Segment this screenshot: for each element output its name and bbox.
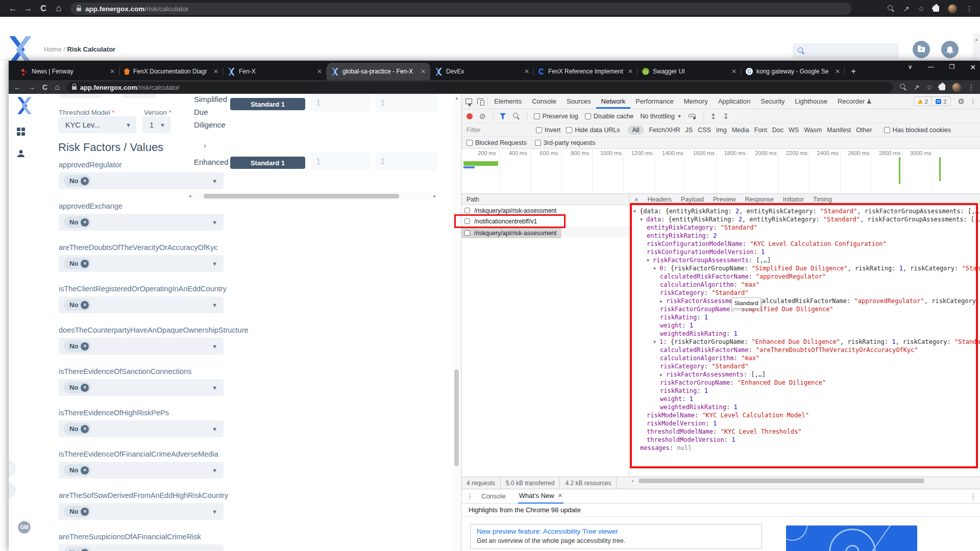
throttling-select[interactable]: No throttling▼ <box>640 113 681 120</box>
scrollbar-thumb[interactable] <box>639 479 924 483</box>
filter-type-wasm[interactable]: Wasm <box>804 127 822 134</box>
sidebar-item-dashboard[interactable] <box>16 127 26 138</box>
back-icon[interactable]: ← <box>14 83 21 91</box>
extensions-puzzle-icon[interactable] <box>933 6 939 12</box>
chip-remove-icon[interactable]: ✕ <box>81 508 89 516</box>
chip-remove-icon[interactable]: ✕ <box>81 384 89 392</box>
tab-initiator[interactable]: Initiator <box>783 196 804 203</box>
tab-console[interactable]: Console <box>481 492 506 500</box>
menu-dots-icon[interactable]: ⋮ <box>968 84 975 91</box>
invert-checkbox[interactable]: Invert <box>536 127 560 134</box>
tab-memory[interactable]: Memory <box>679 94 713 109</box>
browser-tab-global-sa-practice-fen-x[interactable]: global-sa-practice - Fen-X✕ <box>327 63 430 80</box>
search-icon[interactable] <box>888 5 895 12</box>
forward-icon[interactable]: → <box>20 4 36 13</box>
browser-tab-fen-x[interactable]: Fen-X✕ <box>223 63 327 80</box>
third-party-checkbox[interactable]: 3rd-party requests <box>535 139 595 146</box>
scroll-left-icon[interactable]: ◂ <box>631 479 633 483</box>
global-search-input[interactable] <box>793 43 899 59</box>
tab-network[interactable]: Network <box>596 94 631 109</box>
blocked-requests-checkbox[interactable]: Blocked Requests <box>467 139 527 146</box>
browser-tab-news-fenway[interactable]: News | Fenway✕ <box>16 63 119 80</box>
menu-dots-icon[interactable]: ⋮ <box>966 5 973 12</box>
tab-close-icon[interactable]: ✕ <box>524 68 529 75</box>
tab-recorder[interactable]: Recorder <box>832 94 876 109</box>
scroll-left-icon[interactable]: ◂ <box>189 193 191 198</box>
chip-remove-icon[interactable]: ✕ <box>81 218 89 227</box>
inspect-element-icon[interactable] <box>465 98 472 104</box>
tab-sources[interactable]: Sources <box>561 94 596 109</box>
dropdown-isthereevidenceoffinancialcrimeadversemedia[interactable]: No✕▼ <box>59 462 224 479</box>
device-toolbar-icon[interactable] <box>477 98 483 105</box>
chip-remove-icon[interactable]: ✕ <box>81 177 89 185</box>
forward-icon[interactable]: → <box>28 83 35 91</box>
has-blocked-cookies-checkbox[interactable]: Has blocked cookies <box>884 127 951 134</box>
dropdown-isthereevidenceofsanctionconnections[interactable]: No✕▼ <box>59 379 224 396</box>
tab-application[interactable]: Application <box>713 94 756 109</box>
scroll-right-icon[interactable]: ▸ <box>433 193 436 198</box>
filter-type-css[interactable]: CSS <box>698 127 711 134</box>
dropdown-isthereevidenceofhighriskpeps[interactable]: No✕▼ <box>59 420 224 437</box>
card-title-link[interactable]: New preview feature: Accessibility Tree … <box>477 528 755 535</box>
dropdown-istheclientregisteredoroperatinginaneddcountry[interactable]: No✕▼ <box>59 296 224 313</box>
messages-badge[interactable]: 2 <box>932 97 950 106</box>
extensions-puzzle-icon[interactable] <box>939 84 945 90</box>
bookmark-star-icon[interactable]: ☆ <box>918 5 924 12</box>
request-checkbox[interactable] <box>464 230 470 236</box>
share-icon[interactable]: ↗ <box>903 5 910 12</box>
reload-icon[interactable]: C <box>42 83 47 91</box>
network-conditions-icon[interactable] <box>689 114 697 119</box>
filter-funnel-icon[interactable] <box>500 113 506 119</box>
home-icon[interactable]: ⌂ <box>55 83 60 92</box>
network-waterfall[interactable] <box>461 157 980 194</box>
restore-icon[interactable]: ❐ <box>949 63 955 71</box>
inner-address-bar[interactable]: app.fenergox.com/risk/calculator <box>67 82 893 93</box>
export-har-icon[interactable]: ↧ <box>723 112 729 120</box>
warnings-badge[interactable]: 2 <box>914 97 932 106</box>
tab-performance[interactable]: Performance <box>630 94 678 109</box>
requests-column-header[interactable]: Path <box>461 194 629 205</box>
search-icon[interactable] <box>900 84 907 91</box>
tab-whats-new[interactable]: What's New✕ <box>518 489 564 504</box>
close-icon[interactable]: ✕ <box>558 492 562 499</box>
breadcrumb-home[interactable]: Home <box>44 45 62 53</box>
drawer-options-icon[interactable]: ⋮ <box>970 492 976 500</box>
whats-new-card[interactable]: New preview feature: Accessibility Tree … <box>470 524 762 549</box>
back-icon[interactable]: ← <box>5 4 20 13</box>
filter-input[interactable]: Filter <box>467 127 530 134</box>
bookmark-star-icon[interactable]: ☆ <box>926 84 933 91</box>
chip-remove-icon[interactable]: ✕ <box>81 549 89 551</box>
floating-button[interactable] <box>9 460 16 477</box>
notifications-button[interactable] <box>941 41 959 58</box>
dropdown-approvedexchange[interactable]: No✕▼ <box>59 214 224 231</box>
add-document-button[interactable] <box>913 41 930 58</box>
dropdown-aretheredoubtsoftheveracityoraccuracyofkyc[interactable]: No✕▼ <box>59 255 224 272</box>
search-icon[interactable] <box>513 113 520 120</box>
dropdown-aretheresuspicionsofafinancialcrimerisk[interactable]: No✕▼ <box>59 544 224 551</box>
tab-headers[interactable]: Headers <box>648 196 672 203</box>
scroll-up-icon[interactable]: ▲ <box>974 37 978 42</box>
horizontal-scrollbar[interactable]: ◂ ▸ <box>187 192 437 200</box>
filter-type-manifest[interactable]: Manifest <box>827 127 851 134</box>
request-row[interactable]: /riskquery/api/risk-assessment <box>461 228 561 238</box>
tab-close-icon[interactable]: ✕ <box>835 68 840 75</box>
expand-chevron-icon[interactable]: › <box>204 141 206 149</box>
clear-icon[interactable]: ⊘ <box>479 112 486 121</box>
profile-avatar[interactable] <box>952 83 961 92</box>
close-icon[interactable]: × <box>634 196 639 204</box>
import-har-icon[interactable]: ↥ <box>710 112 717 120</box>
close-window-icon[interactable]: ✕ <box>970 63 976 71</box>
chip-remove-icon[interactable]: ✕ <box>81 301 89 309</box>
filter-type-all[interactable]: All <box>628 126 644 135</box>
chip-remove-icon[interactable]: ✕ <box>81 466 89 474</box>
vertical-scrollbar[interactable]: ▲ <box>453 95 460 550</box>
dropdown-arethesofsowderivedfromaneddhighriskcountry[interactable]: No✕▼ <box>59 503 224 520</box>
issues-badges[interactable]: 2 2 <box>914 96 951 106</box>
tab-payload[interactable]: Payload <box>681 196 704 203</box>
outer-address-bar[interactable]: app.fenergox.com/risk/calculator <box>70 3 851 15</box>
devtools-menu-icon[interactable]: ⋮ <box>970 97 976 105</box>
filter-type-fetch-xhr[interactable]: Fetch/XHR <box>649 127 680 134</box>
browser-tab-devex[interactable]: DevEx✕ <box>430 63 534 80</box>
tab-close-icon[interactable]: ✕ <box>317 68 322 75</box>
browser-tab-kong-gateway-google-se[interactable]: Gkong gateway - Google Se✕ <box>741 63 845 80</box>
